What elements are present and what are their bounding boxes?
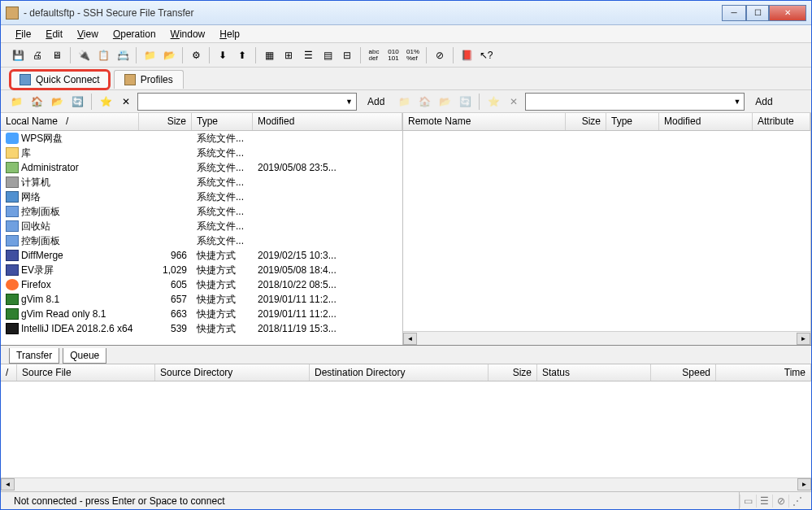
local-delete-icon[interactable]: ✕ xyxy=(117,93,135,111)
view-grid-icon[interactable]: ⊟ xyxy=(338,46,356,64)
profiles-button[interactable]: Profiles xyxy=(114,70,184,89)
transfer-hscrollbar[interactable]: ◄ ► xyxy=(1,477,811,491)
remote-refresh-icon[interactable]: 🔄 xyxy=(456,93,474,111)
menu-help[interactable]: Help xyxy=(213,27,246,41)
tab-transfer[interactable]: Transfer xyxy=(9,348,59,364)
scroll-left-icon[interactable]: ◄ xyxy=(403,333,417,345)
settings-icon[interactable]: ⚙ xyxy=(187,46,205,64)
file-row[interactable]: EV录屏1,029快捷方式2019/05/08 18:4... xyxy=(1,263,402,277)
transfer-header-status[interactable]: Status xyxy=(537,364,651,381)
profiles-icon[interactable]: 📇 xyxy=(114,46,132,64)
file-icon xyxy=(6,235,19,246)
transfer-header-dir[interactable]: / xyxy=(1,364,17,381)
new-folder-icon[interactable]: 📁 xyxy=(141,46,158,64)
file-size: 605 xyxy=(139,278,192,291)
stop-icon[interactable]: ⊘ xyxy=(431,46,449,64)
menu-edit[interactable]: Edit xyxy=(39,27,69,41)
file-row[interactable]: DiffMerge966快捷方式2019/02/15 10:3... xyxy=(1,248,402,263)
local-add-button[interactable]: Add xyxy=(359,94,393,109)
scroll-right-icon[interactable]: ► xyxy=(797,478,811,490)
local-newfolder-icon[interactable]: 📂 xyxy=(48,93,66,111)
disconnect-icon[interactable]: 📋 xyxy=(94,46,112,64)
menu-operation[interactable]: Operation xyxy=(106,27,163,41)
resize-grip-icon[interactable]: ⋰ xyxy=(788,495,805,508)
remote-header-type[interactable]: Type xyxy=(606,113,659,130)
local-fav-icon[interactable]: ⭐ xyxy=(97,93,115,111)
local-header-size[interactable]: Size xyxy=(139,113,192,130)
maximize-button[interactable]: ☐ xyxy=(746,5,769,21)
file-row[interactable]: IntelliJ IDEA 2018.2.6 x64539快捷方式2018/11… xyxy=(1,321,402,336)
help-book-icon[interactable]: 📕 xyxy=(458,46,475,64)
file-row[interactable]: 回收站系统文件... xyxy=(1,219,402,233)
upload-icon[interactable]: ⬆ xyxy=(233,46,251,64)
remote-header-modified[interactable]: Modified xyxy=(659,113,753,130)
remote-file-list[interactable] xyxy=(403,131,810,331)
file-size: 539 xyxy=(139,322,192,335)
quick-connect-icon xyxy=(20,74,31,85)
print-icon[interactable]: 🖨 xyxy=(28,46,46,64)
file-modified xyxy=(253,225,402,227)
save-icon[interactable]: 💾 xyxy=(9,46,27,64)
local-file-list[interactable]: WPS网盘系统文件...库系统文件...Administrator系统文件...… xyxy=(1,131,402,345)
file-row[interactable]: 库系统文件... xyxy=(1,146,402,160)
whatsthis-icon[interactable]: ↖? xyxy=(477,46,495,64)
remote-header-name[interactable]: Remote Name xyxy=(403,113,566,130)
remote-up-icon[interactable]: 📁 xyxy=(395,93,413,111)
file-row[interactable]: Administrator系统文件...2019/05/08 23:5... xyxy=(1,160,402,175)
view-list-icon[interactable]: ☰ xyxy=(299,46,317,64)
transfer-header-time[interactable]: Time xyxy=(716,364,811,381)
view-small-icon[interactable]: ⊞ xyxy=(280,46,297,64)
transfer-header-speed[interactable]: Speed xyxy=(651,364,716,381)
view-details-icon[interactable]: ▤ xyxy=(319,46,337,64)
file-row[interactable]: 网络系统文件... xyxy=(1,190,402,204)
local-header-name[interactable]: Local Name / xyxy=(1,113,139,130)
menu-view[interactable]: View xyxy=(71,27,105,41)
folder-icon[interactable]: 📂 xyxy=(160,46,178,64)
terminal-icon[interactable]: 🖥 xyxy=(48,46,66,64)
minimize-button[interactable]: ─ xyxy=(722,5,746,21)
file-row[interactable]: Firefox605快捷方式2018/10/22 08:5... xyxy=(1,277,402,292)
download-icon[interactable]: ⬇ xyxy=(214,46,232,64)
remote-header-attributes[interactable]: Attribute xyxy=(753,113,810,130)
local-header-type[interactable]: Type xyxy=(192,113,253,130)
scroll-right-icon[interactable]: ► xyxy=(797,333,810,345)
scroll-left-icon[interactable]: ◄ xyxy=(1,478,15,490)
dropdown-arrow-icon: ▼ xyxy=(345,98,353,106)
remote-path-combo[interactable]: ▼ xyxy=(525,93,745,111)
transfer-header-sourcefile[interactable]: Source File xyxy=(17,364,155,381)
file-row[interactable]: gVim 8.1657快捷方式2019/01/11 11:2... xyxy=(1,292,402,307)
connect-icon[interactable]: 🔌 xyxy=(75,46,93,64)
local-up-icon[interactable]: 📁 xyxy=(7,93,25,111)
remote-hscrollbar[interactable]: ◄ ► xyxy=(403,331,810,345)
file-row[interactable]: 控制面板系统文件... xyxy=(1,233,402,248)
remote-header-size[interactable]: Size xyxy=(566,113,606,130)
binary-icon[interactable]: 010101 xyxy=(384,46,402,64)
file-icon xyxy=(6,294,19,305)
local-path-combo[interactable]: ▼ xyxy=(137,93,357,111)
auto-icon[interactable]: 01%%ef xyxy=(404,46,422,64)
file-row[interactable]: WPS网盘系统文件... xyxy=(1,131,402,146)
local-refresh-icon[interactable]: 🔄 xyxy=(68,93,86,111)
local-header-modified[interactable]: Modified xyxy=(253,113,402,130)
local-home-icon[interactable]: 🏠 xyxy=(28,93,46,111)
remote-delete-icon[interactable]: ✕ xyxy=(505,93,523,111)
remote-newfolder-icon[interactable]: 📂 xyxy=(436,93,454,111)
file-row[interactable]: 控制面板系统文件... xyxy=(1,204,402,219)
close-button[interactable]: ✕ xyxy=(769,5,806,21)
quick-connect-button[interactable]: Quick Connect xyxy=(9,69,111,90)
file-row[interactable]: 计算机系统文件... xyxy=(1,175,402,190)
menu-file[interactable]: File xyxy=(9,27,37,41)
remote-add-button[interactable]: Add xyxy=(747,94,780,109)
ascii-icon[interactable]: abcdef xyxy=(365,46,383,64)
remote-fav-icon[interactable]: ⭐ xyxy=(484,93,502,111)
view-icons-icon[interactable]: ▦ xyxy=(260,46,278,64)
transfer-list[interactable] xyxy=(1,381,811,477)
menu-window[interactable]: Window xyxy=(164,27,212,41)
remote-home-icon[interactable]: 🏠 xyxy=(415,93,433,111)
file-type: 系统文件... xyxy=(192,146,253,161)
transfer-header-size[interactable]: Size xyxy=(489,364,537,381)
transfer-header-destdir[interactable]: Destination Directory xyxy=(310,364,489,381)
tab-queue[interactable]: Queue xyxy=(63,348,106,364)
transfer-header-sourcedir[interactable]: Source Directory xyxy=(155,364,310,381)
file-row[interactable]: gVim Read only 8.1663快捷方式2019/01/11 11:2… xyxy=(1,307,402,321)
